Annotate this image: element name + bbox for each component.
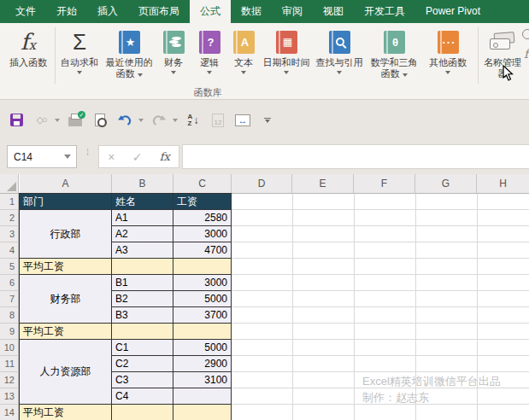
chevron-down-icon[interactable] [64,155,71,159]
tab-power-pivot[interactable]: Power Pivot [415,0,491,23]
chevron-down-icon[interactable] [55,119,60,122]
cell-c8[interactable]: 3700 [173,307,232,324]
cell-b3[interactable]: A2 [112,226,173,242]
row-header-2[interactable]: 2 [0,210,19,226]
cell-a6-a8-merged[interactable]: 财务部 [20,275,112,324]
cell-c12[interactable]: 3100 [173,372,232,388]
row-header-7[interactable]: 7 [0,291,19,307]
cell-b14[interactable] [112,405,173,420]
cell-c1[interactable]: 工资 [173,194,232,210]
cell-c9[interactable] [173,324,232,340]
tab-home[interactable]: 开始 [46,0,87,23]
recently-used-functions-button[interactable]: ★ 最近使用的函数 [103,26,155,96]
cell-b2[interactable]: A1 [112,210,173,226]
watermark-line1: Excel精英培训微信平台出品 [362,373,501,389]
undo-button[interactable] [115,110,134,131]
column-header-c[interactable]: C [173,174,232,194]
shapes-icon: ◇○ [36,114,45,125]
tab-file[interactable]: 文件 [5,0,46,23]
row-header-8[interactable]: 8 [0,307,19,324]
row-header-3[interactable]: 3 [0,226,19,242]
cell-c4[interactable]: 4700 [173,242,232,259]
row-header-1[interactable]: 1 [0,194,19,210]
cell-c3[interactable]: 3000 [173,226,232,242]
date-time-functions-button[interactable]: ▦ 日期和时间 [260,26,313,96]
row-header-14[interactable]: 14 [0,405,19,420]
paste-values-button[interactable]: 12 [209,110,227,131]
more-functions-button[interactable]: ··· 其他函数 [422,26,473,96]
cell-c7[interactable]: 5000 [173,291,232,307]
tab-data[interactable]: 数据 [231,0,272,23]
cancel-icon[interactable]: × [108,150,115,164]
cell-c14-active[interactable] [173,405,232,420]
cell-b11[interactable]: C2 [112,356,173,372]
ribbon-tab-bar: 文件 开始 插入 页面布局 公式 数据 审阅 视图 开发工具 Power Piv… [0,0,529,23]
cell-a5[interactable]: 平均工资 [20,259,112,275]
cell-b7[interactable]: B2 [112,291,173,307]
cell-a2-a4-merged[interactable]: 行政部 [20,210,112,259]
column-header-g[interactable]: G [415,174,477,194]
cell-b1[interactable]: 姓名 [112,194,173,210]
cell-b6[interactable]: B1 [112,275,173,291]
column-header-d[interactable]: D [232,174,292,194]
column-header-f[interactable]: F [354,174,415,194]
column-header-b[interactable]: B [112,174,173,194]
column-header-a[interactable]: A [20,174,112,194]
row-header-5[interactable]: 5 [0,259,19,275]
math-trig-button[interactable]: θ 数学和三角函数 [367,26,420,96]
shapes-button[interactable]: ◇○ [32,110,50,131]
cell-a10-a13-merged[interactable]: 人力资源部 [20,340,112,405]
formula-bar-resizer[interactable]: ⁞ [86,149,89,156]
cell-c11[interactable]: 2900 [173,356,232,372]
sort-az-button[interactable]: AZ↓ [184,110,203,131]
tab-formulas[interactable]: 公式 [190,0,231,23]
tab-review[interactable]: 审阅 [272,0,313,23]
cell-b5[interactable] [112,259,173,275]
enter-icon[interactable]: ✓ [132,150,143,164]
row-header-10[interactable]: 10 [0,340,19,356]
print-preview-button[interactable] [91,110,109,131]
name-manager-button[interactable]: 名称管理器 [480,26,525,96]
insert-function-button[interactable]: fx 插入函数 [3,26,53,96]
chevron-down-icon[interactable] [173,119,178,122]
row-header-11[interactable]: 11 [0,356,19,372]
chevron-down-icon[interactable] [138,119,144,122]
redo-button[interactable] [150,110,168,131]
row-header-12[interactable]: 12 [0,372,19,388]
tab-developer[interactable]: 开发工具 [354,0,415,23]
cell-c5[interactable] [173,259,232,275]
cell-b4[interactable]: A3 [112,242,173,259]
redo-icon [151,114,167,127]
column-header-h[interactable]: H [477,174,529,194]
select-all-button[interactable] [0,174,19,194]
autosum-button[interactable]: Σ 自动求和 [56,26,103,96]
save-button[interactable] [7,110,26,131]
cell-a1[interactable]: 部门 [20,194,112,210]
cell-c13[interactable] [173,388,232,405]
quick-print-button[interactable]: ✓ [66,110,85,131]
cell-b10[interactable]: C1 [112,340,173,356]
tab-insert[interactable]: 插入 [87,0,128,23]
cell-a9[interactable]: 平均工资 [20,324,112,340]
column-header-e[interactable]: E [292,174,354,194]
tab-page-layout[interactable]: 页面布局 [128,0,190,23]
name-box[interactable]: C14 [7,145,77,168]
formula-input[interactable] [182,144,529,169]
customize-qat-button[interactable] [258,110,277,131]
row-header-6[interactable]: 6 [0,275,19,291]
insert-function-fx-icon[interactable]: fx [160,150,170,163]
cell-b8[interactable]: B3 [112,307,173,324]
column-width-button[interactable]: ↔ [233,110,252,131]
cell-a14[interactable]: 平均工资 [20,405,112,420]
tab-view[interactable]: 视图 [313,0,354,23]
row-header-4[interactable]: 4 [0,242,19,259]
cell-c2[interactable]: 2580 [173,210,232,226]
cell-c10[interactable]: 5000 [173,340,232,356]
cell-b12[interactable]: C3 [112,372,173,388]
cell-c6[interactable]: 3000 [173,275,232,291]
lookup-reference-button[interactable]: 查找与引用 [313,26,366,96]
row-header-13[interactable]: 13 [0,388,19,405]
row-header-9[interactable]: 9 [0,324,19,340]
cell-b9[interactable] [112,324,173,340]
cell-b13[interactable]: C4 [112,388,173,405]
